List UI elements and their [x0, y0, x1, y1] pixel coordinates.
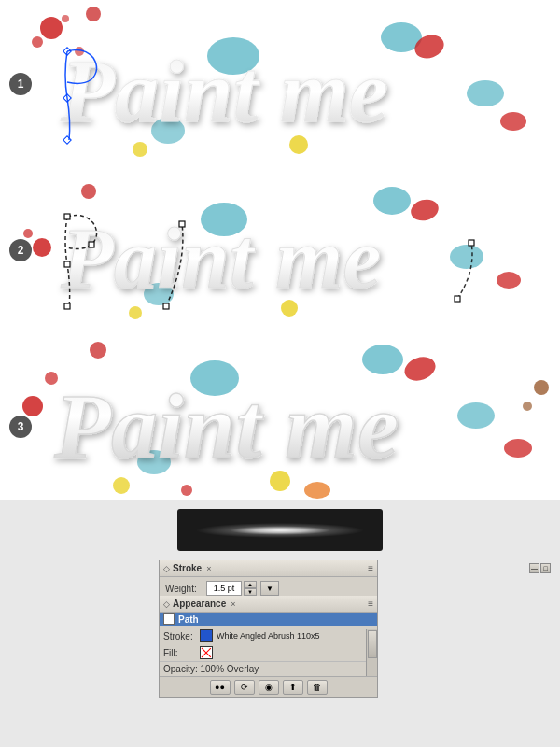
svg-point-47 [504, 439, 532, 458]
move-button[interactable]: ⬆ [283, 680, 303, 695]
svg-point-48 [534, 380, 549, 395]
minimize-button[interactable]: — [529, 563, 539, 573]
svg-point-1 [32, 36, 43, 48]
svg-point-3 [86, 7, 101, 21]
weight-label: Weight: [165, 584, 203, 594]
svg-point-10 [133, 142, 147, 157]
scrollbar-thumb[interactable] [368, 630, 377, 658]
path-checkbox[interactable] [163, 613, 175, 625]
appearance-toolbar: ●● ⟳ ◉ ⬆ 🗑 [160, 676, 377, 697]
section-number-2: 2 [9, 239, 32, 261]
opacity-row: Opacity: 100% Overlay [160, 661, 377, 676]
appearance-scrollbar[interactable] [366, 629, 377, 676]
svg-text:Paint me: Paint me [60, 210, 382, 306]
svg-point-49 [523, 402, 532, 411]
weight-input[interactable] [206, 581, 242, 596]
stroke-panel-title: Stroke [173, 563, 202, 573]
appearance-panel-menu[interactable]: ≡ [368, 599, 373, 609]
section-2: Paint me 2 [0, 168, 560, 331]
stroke-attr-row: Stroke: White Angled Abrush 110x5 [160, 627, 377, 644]
svg-point-8 [467, 80, 504, 106]
fill-color-swatch[interactable] [200, 646, 213, 659]
stroke-panel-menu[interactable]: ≡ [368, 563, 373, 573]
svg-point-18 [23, 229, 33, 238]
fill-attr-row: Fill: [160, 644, 377, 661]
svg-rect-35 [455, 296, 460, 302]
appearance-panel: ◇ Appearance × ≡ Path Stroke: White Angl… [159, 596, 378, 698]
svg-point-0 [40, 17, 63, 39]
new-item-button[interactable]: ●● [210, 680, 231, 695]
svg-point-51 [181, 485, 192, 496]
svg-rect-36 [469, 240, 474, 246]
stroke-attr-label: Stroke: [163, 631, 196, 641]
fill-attr-label: Fill: [163, 648, 196, 658]
svg-point-42 [457, 402, 495, 429]
svg-point-50 [304, 482, 330, 499]
duplicate-button[interactable]: ◉ [259, 680, 279, 695]
stroke-brush-name: White Angled Abrush 110x5 [217, 631, 320, 641]
clear-button[interactable]: ⟳ [234, 680, 255, 695]
weight-up-button[interactable]: ▲ [244, 581, 257, 588]
svg-point-22 [450, 245, 483, 269]
appearance-panel-header: ◇ Appearance × ≡ [160, 596, 377, 613]
svg-text:Paint me: Paint me [60, 42, 388, 141]
path-row: Path [160, 613, 377, 626]
svg-rect-34 [179, 221, 185, 227]
stroke-panel-header: ◇ Stroke × ≡ [160, 560, 377, 577]
section-1: Paint me 1 [0, 0, 560, 168]
window-controls: — □ [529, 563, 551, 573]
svg-point-45 [113, 477, 130, 494]
svg-point-39 [90, 342, 106, 359]
appearance-panel-close[interactable]: × [229, 599, 237, 609]
opacity-label: Opacity: 100% Overlay [163, 664, 259, 674]
appearance-panel-title: Appearance [173, 599, 226, 609]
weight-row: Weight: ▲ ▼ ▼ [165, 581, 371, 596]
svg-point-12 [500, 112, 526, 131]
section-3: Paint me 3 [0, 331, 560, 504]
appearance-panel-icon: ◇ [163, 599, 170, 609]
svg-text:Paint me: Paint me [53, 374, 399, 478]
weight-unit-dropdown[interactable]: ▼ [260, 581, 279, 596]
svg-point-25 [129, 306, 142, 319]
appearance-panel-content: Path Stroke: White Angled Abrush 110x5 F… [160, 613, 377, 676]
path-label: Path [178, 614, 199, 625]
maximize-button[interactable]: □ [540, 563, 551, 573]
weight-down-button[interactable]: ▼ [244, 588, 257, 596]
brush-stroke-display [187, 522, 373, 539]
section-number-3: 3 [9, 416, 32, 438]
svg-point-41 [362, 345, 403, 374]
svg-rect-29 [64, 214, 70, 219]
brush-preview [177, 509, 383, 551]
stroke-color-swatch[interactable] [200, 629, 213, 642]
delete-button[interactable]: 🗑 [307, 680, 328, 695]
svg-point-37 [22, 396, 43, 416]
stroke-panel-close[interactable]: × [204, 564, 213, 573]
svg-point-2 [62, 15, 69, 22]
svg-point-27 [497, 272, 521, 289]
svg-point-26 [409, 196, 441, 223]
svg-rect-32 [89, 242, 94, 247]
svg-rect-31 [64, 303, 70, 309]
section-number-1: 1 [9, 73, 32, 95]
svg-rect-33 [163, 303, 169, 309]
svg-point-17 [33, 238, 51, 257]
svg-point-46 [401, 353, 439, 385]
bottom-area: — □ ◇ Stroke × ≡ Weight: ▲ ▼ ▼ [0, 500, 560, 747]
svg-point-19 [81, 184, 96, 199]
svg-rect-30 [64, 261, 70, 267]
stroke-panel-icon: ◇ [163, 564, 170, 573]
